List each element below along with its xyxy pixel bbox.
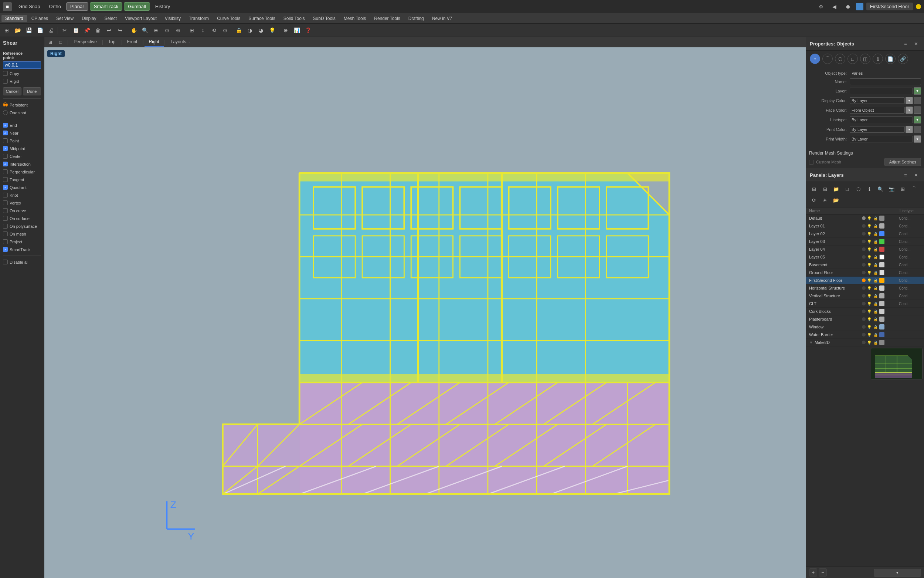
layer-visible-icon-basement[interactable]: 💡 [867,262,872,267]
tab-perspective[interactable]: Perspective [69,38,101,47]
vertex-checkbox[interactable] [3,200,8,205]
layer-visible-icon-clt[interactable]: 💡 [867,301,872,306]
layers-close-icon[interactable]: ✕ [911,170,920,179]
tool-paste[interactable]: 📌 [82,25,92,36]
tool-rotate[interactable]: ⟲ [209,25,219,36]
layer-tool-layers[interactable]: ⊞ [809,184,819,194]
snap-quadrant[interactable]: Quadrant [3,184,41,190]
layer-tool-sublayer[interactable]: ⊟ [820,184,830,194]
quadrant-checkbox[interactable] [3,185,8,190]
menu-subd-tools[interactable]: SubD Tools [309,15,339,22]
tool-redo[interactable]: ↪ [115,25,125,36]
tangent-checkbox[interactable] [3,177,8,182]
layer-row-groundfloor[interactable]: Ground Floor 💡 🔒 Conti... [806,269,924,277]
prop-icon-display[interactable]: ◫ [860,54,871,64]
adjust-settings-button[interactable]: Adjust Settings [884,158,921,166]
snap-perpendicular[interactable]: Perpendicular [3,169,41,175]
done-button[interactable]: Done [23,87,41,96]
tool-scale[interactable]: ⊙ [220,25,230,36]
onpolysurface-checkbox[interactable] [3,224,8,229]
prop-display-color-swatch[interactable] [914,97,921,104]
oncurve-checkbox[interactable] [3,208,8,213]
layer-row-corkblocks[interactable]: Cork Blocks 💡 🔒 [806,308,924,315]
menu-gumball[interactable]: Gumball [124,2,150,11]
layer-lock-icon-02[interactable]: 🔒 [873,231,878,236]
prop-layer-input[interactable] [850,88,913,94]
tool-help[interactable]: ❓ [303,25,313,36]
layers-settings-icon[interactable]: ≡ [901,170,910,179]
tool-undo[interactable]: ↩ [104,25,114,36]
layer-tool-box[interactable]: □ [842,184,852,194]
prop-print-color-swatch[interactable] [914,126,921,133]
center-checkbox[interactable] [3,154,8,159]
prop-icon-object[interactable]: ○ [810,54,820,64]
layer-color-window[interactable] [879,324,884,330]
snap-project[interactable]: Project [3,239,41,245]
intersection-checkbox[interactable] [3,162,8,166]
tool-grid[interactable]: ⊞ [187,25,197,36]
prop-print-width-dropdown[interactable]: ▼ [914,135,921,143]
layer-visible-icon-02[interactable]: 💡 [867,231,872,236]
layer-lock-icon-waterbarrier[interactable]: 🔒 [873,332,878,337]
perpendicular-checkbox[interactable] [3,169,8,174]
layer-tool-curve[interactable]: ⌒ [909,184,918,194]
snap-intersection[interactable]: Intersection [3,161,41,167]
layer-tool-cycle[interactable]: ⟳ [809,195,819,205]
viewport-canvas[interactable]: Right [44,47,806,578]
tool-open[interactable]: 📂 [13,25,23,36]
tool-lock[interactable]: 🔒 [234,25,244,36]
tab-right[interactable]: Right [144,38,164,47]
menu-solid-tools[interactable]: Solid Tools [280,15,309,22]
layer-lock-icon-basement[interactable]: 🔒 [873,262,878,267]
tab-layouts[interactable]: Layouts... [166,38,194,47]
layer-color-groundfloor[interactable] [879,270,884,275]
tool-pan[interactable]: ✋ [129,25,139,36]
vp-tab-grid-icon[interactable]: ⊞ [46,38,55,47]
layer-row-clt[interactable]: CLT 💡 🔒 Conti... [806,300,924,308]
tool-delete[interactable]: 🗑 [93,25,103,36]
menu-set-view[interactable]: Set View [52,15,77,22]
layer-row-05[interactable]: Layer 05 💡 🔒 Conti... [806,253,924,261]
point-checkbox[interactable] [3,138,8,143]
snap-oneshot[interactable]: One shot [3,109,41,116]
layer-row-make2d[interactable]: ▼ Make2D 💡 🔒 [806,339,924,346]
remove-layer-button[interactable]: − [819,568,827,576]
snap-onsurface[interactable]: On surface [3,215,41,221]
layer-lock-icon-clt[interactable]: 🔒 [873,301,878,306]
menu-curve-tools[interactable]: Curve Tools [213,15,244,22]
layer-lock-icon-corkblocks[interactable]: 🔒 [873,309,878,314]
menu-display[interactable]: Display [78,15,100,22]
menu-drafting[interactable]: Drafting [405,15,428,22]
prop-icon-mesh[interactable]: ⬡ [835,54,845,64]
snap-midpoint[interactable]: Midpoint [3,145,41,152]
snap-onpolysurface[interactable]: On polysurface [3,223,41,229]
ref-point-input[interactable] [3,62,41,69]
layer-tool-camera[interactable]: 📷 [887,184,896,194]
menu-ortho[interactable]: Ortho [45,3,65,10]
layer-color-basement[interactable] [879,262,884,267]
end-checkbox[interactable] [3,123,8,128]
vp-tab-maximize-icon[interactable]: □ [56,38,65,47]
snap-oncurve[interactable]: On curve [3,208,41,214]
filter-icon[interactable]: ⚙ [816,2,827,12]
layer-visible-icon-plasterboard[interactable]: 💡 [867,317,872,322]
layer-color-corkblocks[interactable] [879,309,884,314]
tab-front[interactable]: Front [122,38,142,47]
layer-lock-icon-05[interactable]: 🔒 [873,255,878,260]
layer-color-05[interactable] [879,255,884,260]
layer-color-02[interactable] [879,231,884,236]
menu-transform[interactable]: Transform [185,15,212,22]
layer-lock-icon-groundfloor[interactable]: 🔒 [873,270,878,275]
prop-linetype-dropdown[interactable]: ▼ [914,116,921,123]
layer-tool-cube[interactable]: ⬡ [853,184,863,194]
layer-tool-grid[interactable]: ⊞ [898,184,907,194]
layer-color-waterbarrier[interactable] [879,332,884,337]
tool-zoom[interactable]: 🔍 [140,25,150,36]
custom-mesh-checkbox[interactable] [809,160,814,164]
menu-visibility[interactable]: Visibility [161,15,184,22]
menu-render-tools[interactable]: Render Tools [371,15,404,22]
tool-snap[interactable]: ⊕ [280,25,291,36]
project-checkbox[interactable] [3,239,8,244]
layer-tool-folder[interactable]: 📁 [831,184,841,194]
menu-select[interactable]: Select [101,15,120,22]
